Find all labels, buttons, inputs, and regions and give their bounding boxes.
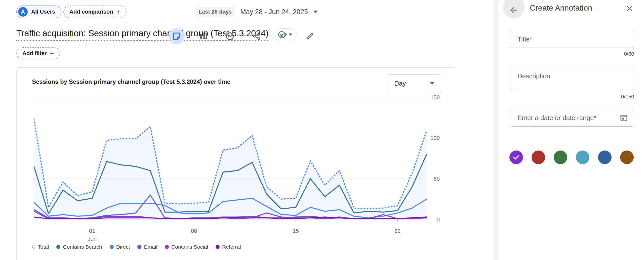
annotation-color-picker (509, 151, 634, 164)
granularity-value: Day (394, 80, 406, 87)
color-dot-icon (165, 245, 169, 249)
chevron-down-icon (430, 82, 434, 85)
insights-gauge-icon (225, 32, 234, 41)
color-dot-icon (56, 245, 60, 249)
color-dot-icon (110, 245, 114, 249)
scrollbar-track[interactable] (494, 0, 498, 260)
description-char-counter: 0/150 (510, 94, 634, 100)
description-placeholder: Description (517, 72, 550, 80)
chevron-down-icon (313, 11, 318, 13)
legend-item-email[interactable]: Email (137, 244, 157, 250)
report-toolbar (169, 28, 318, 44)
audience-avatar: A (18, 7, 28, 17)
create-annotation-panel: Create Annotation Title* 0/60 Descriptio… (498, 0, 644, 260)
legend-label: Referral (222, 244, 241, 250)
annotation-date-input[interactable]: Enter a date or date range* (510, 109, 634, 127)
y-axis-label: 50 (418, 176, 440, 182)
color-swatch-3[interactable] (554, 151, 567, 164)
chart-title: Sessions by Session primary channel grou… (32, 78, 230, 85)
line-chart[interactable]: 01Jun081522 (34, 95, 427, 224)
close-icon (625, 5, 633, 13)
color-dot-icon (137, 245, 141, 249)
add-filter-label: Add filter (22, 50, 47, 57)
chart-card: Sessions by Session primary channel grou… (16, 67, 456, 260)
pencil-icon (306, 32, 314, 41)
back-button[interactable] (503, 0, 525, 18)
title-char-counter: 0/60 (510, 51, 634, 57)
color-swatch-1[interactable] (509, 151, 523, 164)
legend-item-total[interactable]: Total (32, 244, 49, 250)
legend-item-direct[interactable]: Direct (110, 244, 130, 250)
color-swatch-4[interactable] (576, 151, 589, 164)
audience-chip-label: All Users (31, 9, 55, 15)
close-panel-button[interactable] (624, 4, 634, 14)
date-preset-badge: Last 28 days (195, 7, 235, 17)
x-axis-label: 08 (181, 228, 207, 234)
arrow-back-icon (509, 6, 518, 15)
legend-label: Direct (116, 244, 130, 250)
compare-bars-icon (199, 32, 208, 41)
annotation-title-input[interactable]: Title* (510, 31, 634, 48)
annotations-button[interactable] (169, 28, 185, 44)
dashed-circle-icon (32, 245, 35, 249)
chart-svg (34, 95, 427, 224)
date-placeholder: Enter a date or date range* (517, 114, 596, 122)
color-swatch-6[interactable] (620, 151, 634, 164)
sparkline-sparkle-icon (279, 32, 288, 41)
title-placeholder: Title* (517, 35, 532, 43)
total-area-fill (34, 119, 427, 220)
x-axis-label: 01Jun (79, 228, 105, 242)
legend-label: Contains Search (63, 244, 102, 250)
annotation-note-icon (172, 32, 181, 41)
check-icon (512, 154, 520, 161)
plus-icon: + (116, 8, 121, 16)
add-comparison-label: Add comparison (69, 9, 113, 15)
share-icon (252, 32, 261, 41)
y-axis-label: 0 (418, 216, 440, 223)
share-button[interactable] (249, 28, 265, 44)
insights-button[interactable] (222, 28, 238, 44)
legend-label: Contains Social (171, 244, 208, 250)
comparison-button[interactable] (195, 28, 211, 44)
add-filter-button[interactable]: Add filter + (16, 47, 60, 59)
legend-label: Total (38, 244, 49, 250)
audience-chip-all-users[interactable]: A All Users (16, 6, 61, 18)
plus-icon: + (50, 50, 54, 57)
x-axis-label: 15 (283, 228, 308, 234)
edit-button[interactable] (302, 28, 318, 44)
trend-analysis-button[interactable] (275, 28, 291, 44)
calendar-icon[interactable] (619, 113, 628, 122)
color-dot-icon (216, 245, 220, 249)
panel-title: Create Annotation (530, 4, 592, 13)
x-axis-label: 22 (385, 228, 410, 234)
annotation-description-input[interactable]: Description (510, 66, 634, 90)
chart-legend: TotalContains SearchDirectEmailContains … (32, 244, 241, 250)
legend-item-referral[interactable]: Referral (216, 244, 241, 250)
report-main: A All Users Add comparison + Last 28 day… (0, 0, 494, 260)
y-axis-label: 150 (418, 94, 440, 101)
add-comparison-button[interactable]: Add comparison + (63, 6, 127, 18)
panel-header: Create Annotation (498, 0, 644, 20)
color-swatch-2[interactable] (532, 151, 545, 164)
topbar: A All Users Add comparison + Last 28 day… (0, 0, 494, 24)
date-range-picker[interactable]: Last 28 days May 28 - Jun 24, 2025 (195, 7, 318, 17)
legend-item-contains-search[interactable]: Contains Search (56, 244, 102, 250)
legend-label: Email (144, 244, 157, 250)
legend-item-contains-social[interactable]: Contains Social (165, 244, 208, 250)
color-swatch-5[interactable] (598, 151, 612, 164)
date-range-text: May 28 - Jun 24, 2025 (240, 8, 308, 16)
y-axis-label: 100 (418, 135, 440, 141)
granularity-select[interactable]: Day (387, 74, 441, 92)
